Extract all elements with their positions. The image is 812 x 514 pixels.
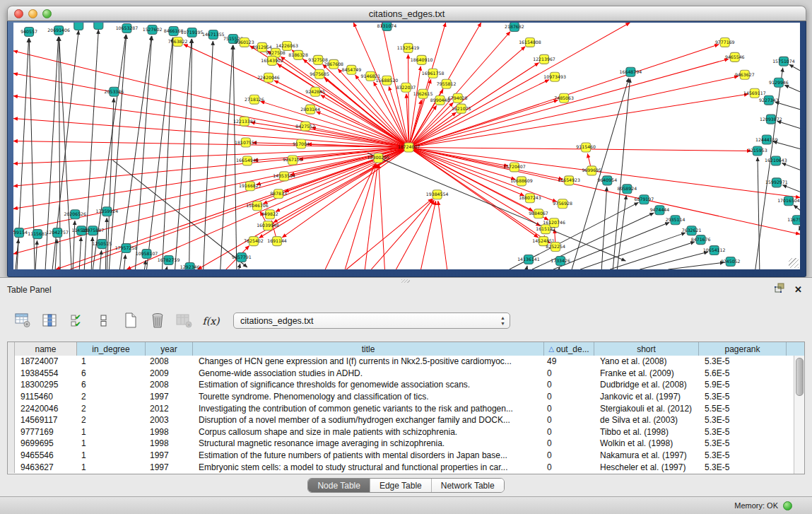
table-row[interactable]: 1456911722003Disruption of a novel membe…: [8, 414, 794, 426]
unselect-all-icon[interactable]: [95, 312, 112, 329]
table-row[interactable]: 911546021997Tourette syndrome. Phenomeno…: [8, 391, 794, 403]
graph-edge[interactable]: [13, 147, 409, 254]
table-cell[interactable]: Jankovic et al. (1997): [594, 392, 699, 402]
graph-edge[interactable]: [93, 35, 126, 269]
graph-edge[interactable]: [321, 95, 409, 147]
graph-edge[interactable]: [167, 267, 167, 269]
graph-edge[interactable]: [799, 226, 800, 228]
scrollbar-thumb[interactable]: [796, 358, 804, 396]
table-cell[interactable]: Yano et al. (2008): [594, 356, 699, 366]
function-builder-icon[interactable]: f(x): [202, 312, 220, 329]
graph-edge[interactable]: [409, 147, 541, 226]
graph-edge[interactable]: [79, 237, 81, 269]
table-row[interactable]: 946362711997Embryonic stem cells: a mode…: [8, 461, 794, 473]
minimize-window-button[interactable]: [28, 9, 37, 18]
graph-edge[interactable]: [409, 66, 421, 148]
zoom-window-button[interactable]: [42, 9, 52, 18]
table-cell[interactable]: 49: [544, 356, 594, 366]
column-header-title[interactable]: title: [193, 342, 544, 356]
graph-node[interactable]: [74, 23, 83, 30]
table-cell[interactable]: 2008: [146, 380, 193, 390]
table-cell[interactable]: 6: [77, 368, 146, 378]
graph-edge[interactable]: [239, 264, 240, 269]
table-cell[interactable]: 19384554: [15, 368, 77, 378]
column-header-out-degree[interactable]: △out_de...: [544, 342, 594, 356]
graph-edge[interactable]: [389, 86, 408, 147]
table-cell[interactable]: 1: [77, 427, 146, 437]
show-column-icon[interactable]: [41, 312, 59, 329]
table-cell[interactable]: 1997: [146, 462, 193, 472]
table-cell[interactable]: Structural magnetic resonance image aver…: [193, 438, 544, 448]
table-cell[interactable]: Tibbo et al. (1998): [594, 427, 699, 437]
table-cell[interactable]: 5.3E-5: [699, 462, 787, 472]
table-cell[interactable]: 0: [544, 368, 594, 378]
tab-node-table[interactable]: Node Table: [308, 479, 370, 492]
table-cell[interactable]: 5.3E-5: [699, 450, 787, 460]
table-cell[interactable]: Franke et al. (2009): [594, 368, 699, 378]
graph-edge[interactable]: [782, 163, 800, 170]
graph-edge[interactable]: [13, 96, 409, 148]
table-cell[interactable]: 5.3E-5: [699, 415, 787, 425]
memory-ok-indicator[interactable]: [783, 501, 792, 510]
table-cell[interactable]: 0: [544, 462, 594, 472]
table-cell[interactable]: 9115460: [15, 392, 77, 402]
graph-edge[interactable]: [189, 39, 192, 269]
table-selector-dropdown[interactable]: citations_edges.txt ▲▼: [233, 313, 510, 329]
table-cell[interactable]: 0: [544, 438, 594, 448]
graph-edge[interactable]: [775, 102, 800, 109]
table-cell[interactable]: 2009: [146, 368, 193, 378]
table-cell[interactable]: 9465546: [15, 450, 77, 460]
graph-edge[interactable]: [773, 141, 800, 149]
graph-edge[interactable]: [409, 80, 549, 148]
table-cell[interactable]: Corpus callosum shape and size in male p…: [193, 427, 544, 437]
column-header-year[interactable]: year: [146, 342, 193, 356]
table-cell[interactable]: 0: [544, 415, 594, 425]
graph-edge[interactable]: [526, 266, 527, 269]
tab-edge-table[interactable]: Edge Table: [370, 479, 432, 492]
graph-edge[interactable]: [119, 36, 151, 269]
graph-edge[interactable]: [135, 36, 151, 269]
network-canvas[interactable]: 9405572069140610653287152760284661601071…: [13, 23, 800, 269]
graph-edge[interactable]: [126, 147, 408, 269]
table-cell[interactable]: Estimation of significance thresholds fo…: [193, 380, 544, 390]
table-settings-icon[interactable]: [14, 312, 32, 329]
graph-edge[interactable]: [220, 45, 233, 269]
close-window-button[interactable]: [14, 9, 23, 18]
table-cell[interactable]: 0: [544, 450, 594, 460]
table-cell[interactable]: Tourette syndrome. Phenomenology and cla…: [193, 392, 544, 402]
table-cell[interactable]: 1997: [146, 450, 193, 460]
table-cell[interactable]: 2008: [146, 356, 193, 366]
table-row[interactable]: 1830029562008Estimation of significance …: [8, 379, 794, 391]
table-cell[interactable]: 1: [77, 356, 146, 366]
table-row[interactable]: 969969511998Structural magnetic resonanc…: [8, 438, 794, 450]
table-row[interactable]: 1938455462009Genome-wide association stu…: [8, 368, 794, 380]
graph-edge[interactable]: [112, 160, 247, 267]
table-cell[interactable]: 14569117: [15, 415, 77, 425]
table-cell[interactable]: Dudbridge et al. (2008): [594, 380, 699, 390]
table-cell[interactable]: Disruption of a novel member of a sodium…: [193, 415, 544, 425]
graph-edge[interactable]: [777, 121, 800, 128]
table-cell[interactable]: 1998: [146, 427, 193, 437]
graph-edge[interactable]: [553, 223, 669, 269]
table-cell[interactable]: Stergiakouli et al. (2012): [594, 404, 699, 414]
table-cell[interactable]: 1: [77, 438, 146, 448]
graph-edge[interactable]: [409, 59, 729, 147]
graph-edge[interactable]: [409, 147, 549, 220]
table-cell[interactable]: 6: [77, 380, 146, 390]
graph-edge[interactable]: [789, 64, 800, 71]
table-cell[interactable]: 2: [77, 404, 146, 414]
graph-edge[interactable]: [100, 250, 101, 269]
graph-edge[interactable]: [794, 205, 800, 210]
close-panel-button[interactable]: ✕: [794, 284, 802, 295]
table-cell[interactable]: Embryonic stem cells: a model to study s…: [193, 462, 544, 472]
table-cell[interactable]: Nakamura et al. (1997): [594, 450, 699, 460]
new-document-icon[interactable]: [122, 312, 139, 329]
graph-edge[interactable]: [782, 185, 800, 192]
table-cell[interactable]: 22420046: [15, 404, 77, 414]
column-header-pagerank[interactable]: pagerank: [699, 342, 787, 356]
table-vertical-scrollbar[interactable]: [794, 356, 804, 474]
graph-edge[interactable]: [409, 147, 800, 197]
graph-edge[interactable]: [13, 141, 409, 148]
column-header-name[interactable]: name: [15, 342, 77, 356]
float-panel-button[interactable]: [774, 283, 785, 296]
